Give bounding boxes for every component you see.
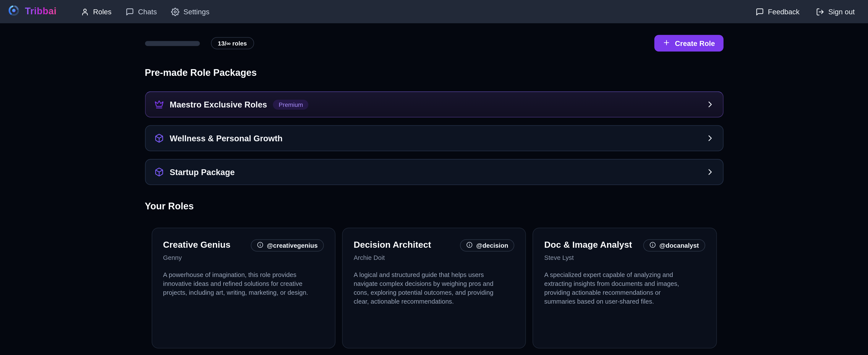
role-cards-area: Creative Genius @creativegenius Genny A … [145,228,723,355]
package-title: Maestro Exclusive Roles [169,100,267,109]
user-icon [81,7,89,16]
role-card-creative-genius[interactable]: Creative Genius @creativegenius Genny A … [151,228,335,349]
nav-item-chats[interactable]: Chats [126,7,157,16]
info-icon [466,241,473,249]
role-description: A specialized expert capable of analyzin… [544,270,692,306]
sign-out-icon [816,7,824,16]
package-list: Maestro Exclusive Roles Premium Wellness… [145,91,723,185]
chat-bubble-icon [126,7,134,16]
role-subtitle: Steve Lyst [544,254,705,261]
role-title: Doc & Image Analyst [544,239,632,250]
package-title: Startup Package [169,167,235,177]
chevron-right-icon [706,100,714,109]
role-handle-badge[interactable]: @creativegenius [251,239,324,252]
package-icon [154,134,163,143]
info-icon [257,241,264,249]
package-row-maestro[interactable]: Maestro Exclusive Roles Premium [145,91,723,117]
main-content: 13/∞ roles Create Role Pre-made Role Pac… [145,23,723,355]
roles-count-badge: 13/∞ roles [211,37,254,49]
chevron-right-icon [706,168,714,176]
role-handle: @docanalyst [659,242,699,249]
nav-label: Roles [93,7,112,16]
roles-usage-progressbar [145,41,199,46]
role-description: A powerhouse of imagination, this role p… [163,270,311,297]
role-title: Decision Architect [354,239,431,250]
package-row-startup[interactable]: Startup Package [145,159,723,185]
nav-item-roles[interactable]: Roles [81,7,112,16]
package-row-wellness[interactable]: Wellness & Personal Growth [145,125,723,151]
feedback-button[interactable]: Feedback [756,7,800,16]
gear-icon [171,7,180,16]
role-subtitle: Genny [163,254,324,261]
card-header: Decision Architect @decision [354,239,514,252]
nav-label: Settings [183,7,210,16]
package-icon [154,167,163,177]
role-handle-badge[interactable]: @docanalyst [644,239,705,252]
tribbai-logo-icon [8,4,20,19]
feedback-label: Feedback [768,7,800,16]
role-title: Creative Genius [163,239,230,250]
card-header: Creative Genius @creativegenius [163,239,324,252]
packages-section-title: Pre-made Role Packages [145,68,723,79]
role-handle: @decision [476,242,508,249]
your-roles-section-title: Your Roles [145,201,723,212]
info-icon [650,241,656,249]
create-role-label: Create Role [675,39,715,47]
role-card-doc-image-analyst[interactable]: Doc & Image Analyst @docanalyst Steve Ly… [532,228,717,349]
role-handle-badge[interactable]: @decision [460,239,514,252]
nav-label: Chats [138,7,157,16]
brand-name: Tribbai [25,6,57,17]
chat-bubble-icon [756,7,764,16]
card-header: Doc & Image Analyst @docanalyst [544,239,705,252]
brand-logo[interactable]: Tribbai [8,4,57,19]
premium-badge: Premium [273,99,309,110]
role-description: A logical and structured guide that help… [354,270,502,306]
role-handle: @creativegenius [267,242,318,249]
page: Tribbai Roles Chats [0,0,868,355]
role-cards-grid: Creative Genius @creativegenius Genny A … [151,228,717,349]
usage-toolbar: 13/∞ roles Create Role [145,35,723,52]
chevron-right-icon [706,134,714,142]
nav-right: Feedback Sign out [756,7,855,16]
role-card-decision-architect[interactable]: Decision Architect @decision Archie Doit… [342,228,526,349]
nav-links: Roles Chats Settings [81,7,210,16]
package-title: Wellness & Personal Growth [169,134,282,143]
crown-icon [154,100,163,109]
role-subtitle: Archie Doit [354,254,514,261]
create-role-button[interactable]: Create Role [654,35,723,52]
nav-item-settings[interactable]: Settings [171,7,210,16]
sign-out-label: Sign out [828,7,855,16]
sign-out-button[interactable]: Sign out [816,7,855,16]
top-navbar: Tribbai Roles Chats [0,0,868,23]
roles-count-label: 13/∞ roles [218,40,247,47]
plus-icon [663,38,671,48]
